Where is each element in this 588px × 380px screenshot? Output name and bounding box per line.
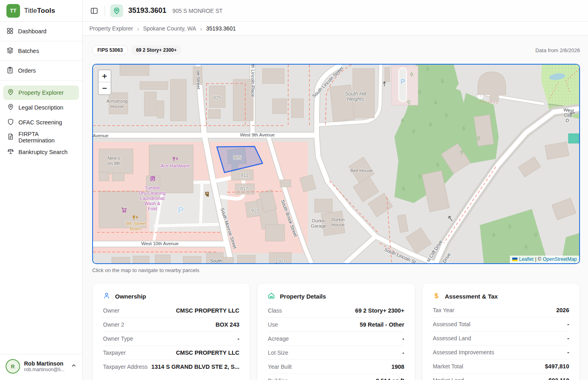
row-label: Year Built <box>268 364 291 370</box>
class-badge: 69 2 Story+ 2300+ <box>131 45 181 55</box>
table-row: Assessed Improvements- <box>433 345 569 360</box>
sidebar-nav-top: Dashboard Batches Orders <box>0 22 82 81</box>
row-label: Owner <box>103 307 119 314</box>
divider <box>105 6 105 16</box>
brand-name: TitleTools <box>24 7 55 15</box>
sidebar-item-dashboard[interactable]: Dashboard <box>0 22 82 41</box>
row-label: Tax Year <box>433 307 455 313</box>
row-value: - <box>402 350 404 356</box>
row-label: Taxpayer <box>103 350 126 356</box>
breadcrumb-separator: › <box>137 25 139 32</box>
shield-icon <box>7 118 14 126</box>
row-label: Lot Size <box>268 350 288 356</box>
table-row: TaxpayerCMSC PROPERTY LLC <box>103 346 239 360</box>
brand: TT TitleTools <box>0 0 82 22</box>
sidebar-item-label: Property Explorer <box>18 89 64 96</box>
table-row: OwnerCMSC PROPERTY LLC <box>103 304 239 318</box>
assessment-tax-card: $ Assessment & Tax Tax Year2026 Assessed… <box>422 283 580 380</box>
zoom-out-button[interactable]: − <box>99 82 111 94</box>
row-value: 59 Retail - Other <box>360 321 404 328</box>
sidebar-item-label: Dashboard <box>18 28 46 35</box>
row-label: Owner 2 <box>103 321 124 328</box>
breadcrumb: Property Explorer › Spokane County, WA ›… <box>83 22 588 36</box>
map-caption: Click on the map to navigate to nearby p… <box>92 267 580 273</box>
row-value: 1314 S GRAND BLVD STE 2, S... <box>152 364 240 370</box>
sidebar-item-label: Bankruptcy Search <box>18 149 68 155</box>
table-row: Lot Size- <box>268 346 404 360</box>
row-label: Class <box>268 307 282 314</box>
avatar: R <box>6 359 20 374</box>
breadcrumb-separator: › <box>200 25 202 32</box>
table-row: Taxpayer Address1314 S GRAND BLVD STE 2,… <box>103 360 239 374</box>
map-attribution: Leaflet | © OpenStreetMap <box>510 256 579 263</box>
leaflet-link[interactable]: Leaflet <box>519 256 533 262</box>
row-value: $93,110 <box>548 377 569 380</box>
info-cards: Ownership OwnerCMSC PROPERTY LLC Owner 2… <box>92 283 580 380</box>
row-value: BOX 243 <box>216 321 240 328</box>
top-header: 35193.3601 905 S MONROE ST <box>83 0 588 22</box>
breadcrumb-county[interactable]: Spokane County, WA <box>143 25 196 32</box>
row-label: Assessed Improvements <box>433 349 494 356</box>
document-icon <box>7 133 14 141</box>
location-pin-icon <box>110 4 123 17</box>
card-title-text: Assessment & Tax <box>445 293 498 300</box>
row-label: Market Total <box>433 363 463 370</box>
table-row: Market Total$497,810 <box>433 360 569 374</box>
person-icon <box>103 292 110 301</box>
sidebar-item-legal-description[interactable]: Legal Description <box>3 100 79 115</box>
sidebar-toggle-icon[interactable] <box>89 6 99 16</box>
sidebar-item-label: Batches <box>18 48 39 54</box>
sidebar-item-firpta-determination[interactable]: FIRPTA Determination <box>3 130 79 144</box>
card-title-text: Ownership <box>115 293 146 300</box>
breadcrumb-property-explorer[interactable]: Property Explorer <box>89 25 133 32</box>
parcel-map[interactable]: Avenue West 9th Avenue West 10th Avenue … <box>92 64 580 264</box>
zoom-in-button[interactable]: + <box>99 70 111 82</box>
user-email: rob.martinson@li... <box>24 367 67 372</box>
table-row: Market Land$93,110 <box>433 374 569 380</box>
property-details-card: Property Details Class69 2 Story+ 2300+ … <box>257 283 415 380</box>
sidebar-nav-group: Property Explorer Legal Description OFAC… <box>0 81 82 160</box>
brand-name-b: Tools <box>37 7 55 14</box>
user-meta: Rob Martinson rob.martinson@li... <box>24 360 67 372</box>
sidebar-item-label: Legal Description <box>18 104 63 111</box>
sidebar-item-label: OFAC Screening <box>18 119 62 126</box>
row-label: Acreage <box>268 335 289 342</box>
row-value: 3,514 sq ft <box>376 378 404 380</box>
table-row: Owner Type- <box>103 332 239 346</box>
main-area: 35193.3601 905 S MONROE ST Property Expl… <box>83 0 588 380</box>
data-from-label: Data from 2/6/2026 <box>535 47 580 53</box>
user-name: Rob Martinson <box>24 360 67 367</box>
table-row: Acreage- <box>268 332 404 346</box>
page-title-address: 905 S MONROE ST <box>172 8 222 14</box>
table-row: Building3,514 sq ft <box>268 374 404 380</box>
row-value: - <box>402 335 404 342</box>
sidebar-item-label: Orders <box>18 67 36 74</box>
sidebar-item-batches[interactable]: Batches <box>0 41 82 61</box>
page-title-parcel-id: 35193.3601 <box>128 6 166 15</box>
sidebar-item-ofac-screening[interactable]: OFAC Screening <box>3 115 79 130</box>
chevron-up-icon[interactable] <box>71 363 77 370</box>
grid-icon <box>6 27 14 36</box>
content: FIPS 53063 69 2 Story+ 2300+ Data from 2… <box>83 36 588 380</box>
table-row: Use59 Retail - Other <box>268 318 404 332</box>
attribution-separator: | © <box>535 256 541 262</box>
row-value: 1908 <box>391 364 404 370</box>
openstreetmap-link[interactable]: OpenStreetMap <box>543 256 577 262</box>
user-menu[interactable]: R Rob Martinson rob.martinson@li... <box>0 354 82 380</box>
table-row: Assessed Total- <box>433 317 569 331</box>
sidebar-item-orders[interactable]: Orders <box>0 61 82 81</box>
fips-badge: FIPS 53063 <box>92 45 128 55</box>
badge-row: FIPS 53063 69 2 Story+ 2300+ Data from 2… <box>92 45 580 55</box>
row-value: - <box>567 321 569 327</box>
row-label: Owner Type <box>103 335 133 342</box>
row-value: CMSC PROPERTY LLC <box>176 307 239 314</box>
sidebar-item-bankruptcy-search[interactable]: Bankruptcy Search <box>3 145 79 159</box>
row-label: Assessed Land <box>433 335 471 341</box>
dollar-icon: $ <box>433 292 440 300</box>
table-row: Tax Year2026 <box>433 303 569 317</box>
row-label: Use <box>268 321 278 328</box>
row-label: Assessed Total <box>433 321 471 327</box>
ukraine-flag-icon <box>512 258 517 261</box>
map-zoom-control: + − <box>98 69 111 95</box>
sidebar-item-property-explorer[interactable]: Property Explorer <box>3 85 79 100</box>
